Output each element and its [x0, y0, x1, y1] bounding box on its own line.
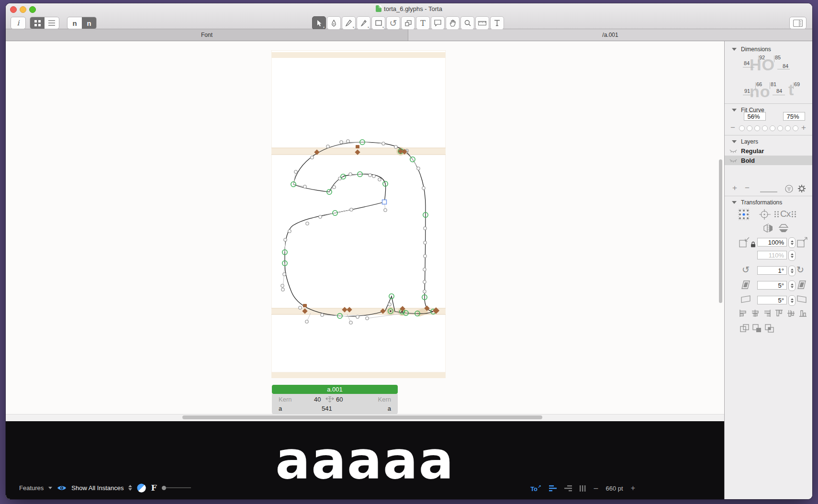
- show-all-instances-menu[interactable]: Show All Instances: [71, 484, 123, 492]
- waterfall-icon[interactable]: [580, 485, 586, 492]
- list-view-button[interactable]: [45, 17, 59, 29]
- preview-size-value[interactable]: 660 pt: [606, 485, 623, 492]
- scale-up-icon[interactable]: [797, 237, 807, 247]
- kern-left-label[interactable]: Kern: [279, 396, 291, 403]
- width-value[interactable]: 541: [322, 405, 332, 412]
- subtract-icon[interactable]: [752, 324, 762, 333]
- fit-curve-dot[interactable]: [785, 125, 791, 131]
- slant-right-icon[interactable]: [797, 280, 807, 289]
- preview-zoom-slider[interactable]: [162, 486, 191, 490]
- rotate-stepper[interactable]: [788, 266, 796, 276]
- align-center-v-icon[interactable]: [787, 309, 795, 317]
- transform-background-cx-icon[interactable]: Cx: [774, 209, 796, 219]
- features-menu[interactable]: Features: [19, 484, 44, 492]
- draw-tool-button[interactable]: ▾: [342, 16, 356, 30]
- fit-curve-min-field[interactable]: 56%: [744, 112, 766, 121]
- select-tool-button[interactable]: ▾: [312, 16, 326, 30]
- hslant-stepper[interactable]: [788, 295, 796, 306]
- rotate-cw-icon[interactable]: ↻: [796, 265, 804, 274]
- lsb-value[interactable]: 40: [314, 396, 321, 403]
- grid-view-button[interactable]: [30, 17, 45, 29]
- glyph-name-bar[interactable]: a.001: [272, 385, 398, 394]
- fit-curve-dot[interactable]: [739, 125, 745, 131]
- pencil-tool-button[interactable]: ▾: [357, 16, 370, 30]
- slant-stepper[interactable]: [788, 280, 796, 291]
- preview-area[interactable]: aaaaa Features Show All Instances F To↗ …: [6, 421, 724, 499]
- horizontal-scrollbar-thumb[interactable]: [182, 415, 542, 419]
- zoom-out-button[interactable]: –: [594, 484, 598, 493]
- scale-tool-button[interactable]: [401, 16, 415, 30]
- fit-curve-dot[interactable]: [762, 125, 768, 131]
- align-center-h-icon[interactable]: [751, 309, 759, 317]
- measure-tool-button[interactable]: [490, 16, 504, 30]
- disclosure-triangle-icon[interactable]: [732, 48, 737, 51]
- align-right-icon[interactable]: [564, 485, 572, 492]
- align-bottom-edges-icon[interactable]: [799, 309, 807, 317]
- flip-vertical-icon[interactable]: [778, 224, 789, 233]
- flip-text-icon[interactable]: F: [151, 483, 157, 493]
- align-right-edges-icon[interactable]: [763, 309, 771, 317]
- disclosure-triangle-icon[interactable]: [732, 140, 737, 143]
- hslant-right-icon[interactable]: [797, 295, 807, 303]
- primitives-tool-button[interactable]: ▾: [371, 16, 385, 30]
- scale-x-field[interactable]: 100%: [757, 238, 787, 246]
- layer-settings-gear-icon[interactable]: [797, 184, 806, 193]
- align-left-icon[interactable]: [549, 485, 557, 492]
- master-regular-button[interactable]: n: [67, 17, 82, 29]
- chevron-down-icon[interactable]: [48, 487, 52, 489]
- corner-tool-button[interactable]: [327, 16, 341, 30]
- hslant-field[interactable]: 5°: [757, 296, 787, 304]
- rotate-field[interactable]: 1°: [757, 266, 787, 275]
- fit-curve-dot[interactable]: [777, 125, 783, 131]
- kern-right-label[interactable]: Kern: [378, 396, 391, 403]
- lock-icon[interactable]: [751, 241, 756, 247]
- slant-left-icon[interactable]: [741, 280, 751, 289]
- fit-curve-dot[interactable]: [770, 125, 775, 131]
- fit-curve-dot[interactable]: [793, 125, 798, 131]
- scale-y-stepper[interactable]: [788, 250, 796, 261]
- slant-field[interactable]: 5°: [757, 281, 787, 290]
- zoom-tool-button[interactable]: [460, 16, 474, 30]
- updown-chevrons-icon[interactable]: [128, 485, 132, 491]
- layers-panel-header[interactable]: Layers: [732, 138, 758, 145]
- fit-curve-dot[interactable]: [754, 125, 760, 131]
- tab-glyph-a001[interactable]: /a.001: [408, 29, 812, 41]
- fit-curve-minus-button[interactable]: −: [730, 123, 735, 133]
- dimensions-panel-header[interactable]: Dimensions: [732, 46, 771, 53]
- union-icon[interactable]: [740, 324, 749, 333]
- preview-eye-icon[interactable]: [57, 485, 67, 491]
- layer-row-regular[interactable]: Regular: [725, 146, 812, 156]
- hand-tool-button[interactable]: [446, 16, 459, 30]
- master-bold-button[interactable]: n: [82, 17, 96, 29]
- add-layer-button[interactable]: +: [732, 183, 737, 193]
- fit-curve-dot[interactable]: [747, 125, 752, 131]
- font-info-button[interactable]: i: [11, 17, 26, 29]
- rsb-value[interactable]: 60: [336, 396, 343, 403]
- invert-preview-icon[interactable]: [137, 483, 146, 493]
- edit-canvas[interactable]: a.001 Kern 40 60 Kern a 541 a: [6, 41, 724, 421]
- horizontal-scrollbar-track[interactable]: [6, 414, 724, 421]
- toggle-sidebar-button[interactable]: [789, 17, 807, 29]
- remove-layer-button[interactable]: −: [745, 183, 750, 193]
- left-group-value[interactable]: a: [279, 405, 282, 412]
- flip-horizontal-icon[interactable]: [763, 224, 773, 233]
- transformations-panel-header[interactable]: Transformations: [732, 199, 782, 206]
- glyph-edit-area[interactable]: [271, 50, 446, 372]
- align-top-edges-icon[interactable]: [775, 309, 783, 317]
- text-tool-button[interactable]: T: [416, 16, 430, 30]
- rotate-tool-button[interactable]: ↺: [386, 16, 400, 30]
- scale-x-stepper[interactable]: [788, 237, 796, 248]
- filter-layers-icon[interactable]: [785, 185, 793, 193]
- scale-y-field[interactable]: 110%: [757, 251, 787, 259]
- rotate-ccw-icon[interactable]: ↺: [742, 265, 750, 274]
- fit-curve-max-field[interactable]: 75%: [783, 112, 805, 121]
- zoom-in-button[interactable]: +: [631, 484, 635, 493]
- fit-curve-plus-button[interactable]: +: [801, 123, 806, 133]
- intersect-icon[interactable]: [765, 324, 774, 333]
- transform-reference-point-icon[interactable]: [758, 209, 771, 220]
- align-left-edges-icon[interactable]: [739, 309, 747, 317]
- kerning-toggle[interactable]: To↗: [530, 484, 541, 493]
- layer-row-bold[interactable]: Bold: [725, 156, 812, 165]
- ruler-tool-button[interactable]: [475, 16, 489, 30]
- corner-node[interactable]: [382, 200, 387, 204]
